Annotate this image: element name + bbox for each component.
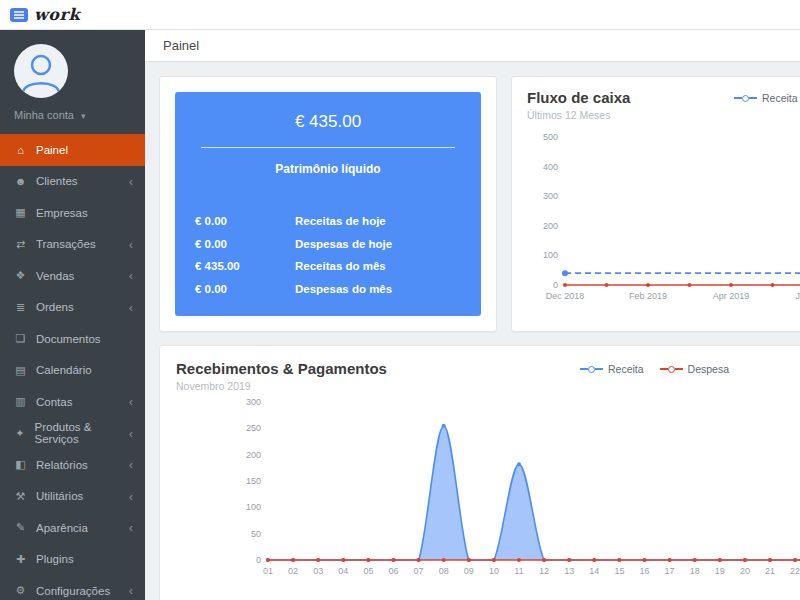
sidebar-item-label: Calendário [36,364,92,376]
svg-text:13: 13 [564,566,574,576]
chevron-icon: ‹ [129,238,133,251]
chevron-icon: ‹ [129,269,133,282]
chevron-icon: ‹ [129,427,133,440]
sidebar-item-aparencia[interactable]: ✎ Aparência ‹ [0,512,145,544]
sidebar-item-configuracoes[interactable]: ⚙ Configurações ‹ [0,575,145,600]
svg-text:Dec 2018: Dec 2018 [546,291,585,301]
chevron-icon: ‹ [129,301,133,314]
chevron-icon: ‹ [129,458,133,471]
summary-rows: € 0.00 Receitas de hoje € 0.00 Despesas … [195,214,461,296]
svg-text:10: 10 [489,566,499,576]
svg-text:18: 18 [690,566,700,576]
sidebar-menu: ⌂ Painel ☻ Clientes ‹ ▦ Empresas ⇄ Trans… [0,134,145,600]
account-menu[interactable]: Minha conta ▾ [0,98,145,134]
sidebar-item-painel[interactable]: ⌂ Painel [0,134,145,166]
svg-text:300: 300 [246,397,261,407]
legend-chip-icon [660,366,683,373]
sidebar-item-label: Configurações [36,585,110,597]
sidebar-item-utilitarios[interactable]: ⚒ Utilitários ‹ [0,481,145,513]
payments-chart: 0501001502002503000102030405060708091011… [176,394,800,594]
svg-text:21: 21 [765,566,775,576]
sidebar-item-ordens[interactable]: ≣ Ordens ‹ [0,292,145,324]
reports-icon: ◧ [13,458,28,471]
tools-icon: ⚒ [13,490,28,503]
svg-text:100: 100 [543,250,558,260]
briefcase-icon: ▦ [13,206,28,219]
legend-receita[interactable]: Receita [580,363,644,375]
cashflow-card: Fluxo de caixa Últimos 12 Meses Receita … [511,76,800,332]
svg-text:20: 20 [740,566,750,576]
orders-icon: ≣ [13,301,28,314]
svg-text:22: 22 [790,566,800,576]
breadcrumb: Painel [163,38,199,53]
summary-label: Receitas do mês [295,259,461,273]
sidebar-item-relatorios[interactable]: ◧ Relatórios ‹ [0,449,145,481]
sidebar-item-label: Clientes [36,175,78,187]
svg-text:14: 14 [589,566,599,576]
sidebar-item-empresas[interactable]: ▦ Empresas [0,197,145,229]
sidebar-item-label: Vendas [36,270,74,282]
logo-text: work [34,5,80,24]
svg-text:05: 05 [363,566,373,576]
sidebar-item-transacoes[interactable]: ⇄ Transações ‹ [0,229,145,261]
sidebar-item-label: Ordens [36,301,74,313]
legend-receita[interactable]: Receita [734,92,798,104]
transactions-icon: ⇄ [13,238,28,251]
sidebar-item-calendario[interactable]: ▤ Calendário [0,355,145,387]
accounts-icon: ▥ [13,395,28,408]
chevron-icon: ‹ [129,395,133,408]
svg-text:12: 12 [539,566,549,576]
payments-card: Recebimentos & Pagamentos Novembro 2019 … [159,345,800,600]
avatar[interactable] [14,44,68,98]
sidebar-item-contas[interactable]: ▥ Contas ‹ [0,386,145,418]
svg-text:03: 03 [313,566,323,576]
svg-text:19: 19 [715,566,725,576]
summary-row: € 0.00 Receitas de hoje [195,214,461,228]
documents-icon: ❏ [13,332,28,345]
summary-label: Despesas de hoje [295,237,461,251]
sidebar-item-label: Documentos [36,333,101,345]
appearance-icon: ✎ [13,521,28,534]
chevron-icon: ‹ [129,490,133,503]
svg-text:0: 0 [256,555,261,565]
legend-label: Receita [608,363,644,375]
svg-text:01: 01 [263,566,273,576]
summary-card: € 435.00 Patrimônio líquido € 0.00 Recei… [159,76,497,332]
legend-despesa[interactable]: Despesa [660,363,729,375]
sidebar-item-documentos[interactable]: ❏ Documentos [0,323,145,355]
sidebar-item-vendas[interactable]: ❖ Vendas ‹ [0,260,145,292]
net-worth-panel: € 435.00 Patrimônio líquido € 0.00 Recei… [175,92,481,316]
sidebar-item-plugins[interactable]: ✚ Plugins [0,544,145,576]
legend-chip-icon [734,95,757,102]
svg-text:11: 11 [514,566,523,576]
svg-text:0: 0 [553,280,558,290]
legend-label: Despesa [688,363,729,375]
sidebar-user-block [0,30,145,98]
legend-chip-icon [580,366,603,373]
app-logo[interactable]: work [10,5,80,24]
chevron-icon: ‹ [129,521,133,534]
svg-text:Feb 2019: Feb 2019 [629,291,667,301]
card-subtitle: Últimos 12 Meses [527,109,800,121]
sidebar-item-label: Produtos & Serviços [35,421,129,445]
chart-legend: Receita Despesa [734,92,800,104]
sidebar-item-produtos-servicos[interactable]: ✦ Produtos & Serviços ‹ [0,418,145,450]
sidebar-item-clientes[interactable]: ☻ Clientes ‹ [0,166,145,198]
top-header: work [0,0,800,30]
summary-row: € 0.00 Despesas de hoje [195,237,461,251]
svg-text:400: 400 [543,162,558,172]
svg-text:100: 100 [246,502,261,512]
caret-down-icon: ▾ [81,111,86,121]
chevron-icon: ‹ [129,175,133,188]
sidebar-item-label: Painel [36,144,68,156]
svg-text:08: 08 [439,566,449,576]
sidebar-item-label: Utilitários [36,490,83,502]
svg-text:16: 16 [639,566,649,576]
svg-text:50: 50 [251,529,261,539]
svg-text:17: 17 [665,566,675,576]
plugins-icon: ✚ [13,553,28,566]
svg-text:15: 15 [614,566,624,576]
summary-value: € 435.00 [195,259,295,273]
summary-row: € 435.00 Receitas do mês [195,259,461,273]
calendar-icon: ▤ [13,364,28,377]
